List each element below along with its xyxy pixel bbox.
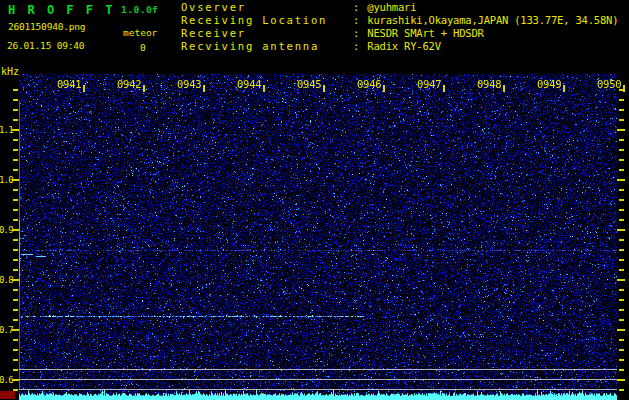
info-value: @yuhmari [367,1,416,13]
y-tick-minor [619,189,624,191]
y-tick-minor [619,299,624,301]
y-tick-minor [13,119,18,121]
y-tick-minor [13,259,18,261]
x-tick-mark [203,85,205,92]
info-row-receiver: Receiver:NESDR SMArt + HDSDR [181,27,618,40]
y-tick-major [617,229,625,231]
output-filename: 2601150940.png [8,21,85,32]
y-tick-minor [619,309,624,311]
station-info: Ovserver:@yuhmari Receiving Location:kur… [181,1,618,53]
x-tick-label: 0945 [297,78,322,90]
y-tick-major [617,329,625,331]
y-tick-major [617,279,625,281]
y-tick-minor [619,359,624,361]
y-tick-minor [13,149,18,151]
y-tick-minor [13,269,18,271]
hrofft-window: H R O F F T 1.0.0f 2601150940.png meteor… [0,0,629,400]
info-label: Recviving antenna [181,40,353,52]
y-tick-minor [13,339,18,341]
y-tick-major [12,279,19,281]
y-tick-minor [13,349,18,351]
y-tick-minor [619,339,624,341]
y-tick-minor [13,169,18,171]
y-tick-major [12,129,19,131]
y-tick-minor [13,219,18,221]
y-tick-minor [619,259,624,261]
x-tick-label: 0943 [177,78,202,90]
info-value: kurashiki,Okayama,JAPAN (133.77E, 34.58N… [367,14,618,26]
y-tick-minor [13,239,18,241]
app-version: 1.0.0f [121,4,158,15]
info-colon: : [353,14,359,26]
x-tick-mark [323,85,325,92]
y-axis-unit-label: kHz [1,66,19,77]
y-tick-minor [13,139,18,141]
info-label: Receiving Location [181,14,353,26]
y-tick-major [617,379,625,381]
info-row-location: Receiving Location:kurashiki,Okayama,JAP… [181,14,618,27]
y-tick-minor [619,349,624,351]
y-tick-major [617,179,625,181]
x-tick-label: 0941 [57,78,82,90]
y-tick-minor [13,199,18,201]
info-value: Radix RY-62V [367,40,440,52]
y-tick-minor [619,389,624,391]
session-datetime: 26.01.15 09:40 [7,40,84,51]
y-tick-minor [619,169,624,171]
x-tick-label: 0946 [357,78,382,90]
info-colon: : [353,40,359,52]
app-title: H R O F F T [8,3,115,17]
y-tick-minor [619,239,624,241]
y-tick-minor [13,109,18,111]
mode-label: meteor [123,27,157,38]
x-tick-mark [143,85,145,92]
y-tick-minor [619,219,624,221]
y-tick-minor [619,269,624,271]
x-tick-label: 0950 [597,78,622,90]
x-tick-mark [443,85,445,92]
x-tick-mark [383,85,385,92]
x-tick-mark [563,85,565,92]
x-tick-label: 0949 [537,78,562,90]
x-tick-label: 0944 [237,78,262,90]
x-tick-mark [263,85,265,92]
y-tick-label: 1.1 [0,125,12,135]
y-tick-minor [13,369,18,371]
y-tick-minor [619,139,624,141]
info-label: Receiver [181,27,353,39]
corner-marker-block [0,391,15,399]
meteor-count: 0 [140,42,146,53]
x-tick-mark [503,85,505,92]
y-tick-label: 0.6 [0,375,12,385]
info-colon: : [353,1,359,13]
y-tick-minor [619,249,624,251]
y-tick-minor [619,89,624,91]
y-tick-major [617,129,625,131]
y-tick-minor [619,289,624,291]
y-tick-label: 0.9 [0,225,12,235]
y-tick-minor [619,99,624,101]
y-tick-minor [13,99,18,101]
y-tick-label: 0.7 [0,325,12,335]
y-tick-minor [13,89,18,91]
y-tick-major [12,229,19,231]
y-tick-minor [13,189,18,191]
y-tick-minor [13,249,18,251]
y-tick-minor [619,199,624,201]
y-tick-minor [619,149,624,151]
y-tick-minor [13,309,18,311]
spectrogram-canvas [19,74,617,400]
y-tick-major [12,379,19,381]
y-tick-minor [619,109,624,111]
x-tick-label: 0948 [477,78,502,90]
y-tick-minor [619,319,624,321]
y-tick-label: 0.8 [0,275,12,285]
y-tick-major [12,179,19,181]
info-row-antenna: Recviving antenna:Radix RY-62V [181,40,618,53]
y-tick-minor [619,119,624,121]
y-tick-minor [13,209,18,211]
info-label: Ovserver [181,1,353,13]
info-colon: : [353,27,359,39]
x-tick-label: 0947 [417,78,442,90]
y-tick-minor [13,359,18,361]
